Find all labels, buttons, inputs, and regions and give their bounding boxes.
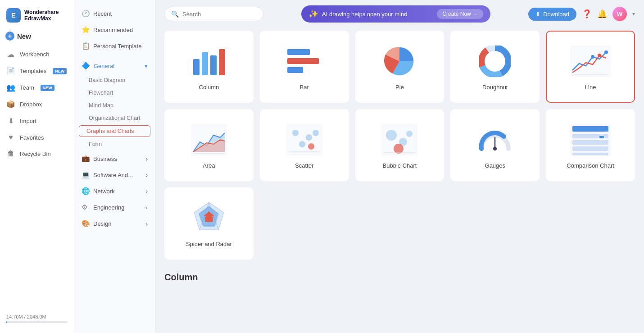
column-visual (189, 43, 229, 79)
sidebar: E WondershareEdrawMax + New ☁ Workbench … (0, 0, 74, 333)
app-logo-icon: E (6, 8, 21, 23)
chart-card-comparison[interactable]: Comparison Chart (546, 109, 635, 181)
chevron-right-icon-5: › (146, 220, 148, 227)
svg-point-23 (292, 130, 299, 136)
chart-card-gauges[interactable]: Gauges (450, 109, 540, 181)
team-badge: NEW (41, 85, 54, 91)
sidebar-item-workbench[interactable]: ☁ Workbench (0, 46, 74, 63)
ai-banner-text: AI drawing helps open your mind (322, 11, 407, 18)
svg-point-27 (313, 130, 319, 136)
avatar-chevron-icon[interactable]: ▾ (632, 11, 635, 17)
nav-category-software[interactable]: 💻 Software And... › (74, 167, 155, 183)
pie-visual (379, 43, 420, 79)
templates-badge: NEW (53, 68, 67, 74)
chart-label-area: Area (203, 162, 215, 169)
nav-sub-orgchart[interactable]: Organizational Chart (74, 112, 155, 124)
nav-panel: 🕐 Recent ⭐ Recommended 📋 Personal Templa… (74, 0, 155, 333)
chevron-right-icon-4: › (146, 204, 148, 211)
nav-sub-flowchart[interactable]: Flowchart (74, 87, 155, 99)
top-right: ⬇ Download ❓ 🔔 W ▾ (528, 7, 635, 21)
sidebar-item-templates[interactable]: 📄 Templates NEW (0, 63, 74, 79)
svg-point-36 (493, 147, 497, 151)
svg-rect-0 (193, 59, 200, 75)
svg-rect-13 (570, 46, 611, 77)
storage-fill (6, 321, 7, 323)
ai-banner[interactable]: ✨ AI drawing helps open your mind Create… (301, 5, 490, 23)
nav-item-recent[interactable]: 🕐 Recent (74, 5, 155, 22)
chart-label-bubble: Bubble Chart (383, 162, 417, 169)
doughnut-visual (475, 43, 515, 79)
dropbox-icon: 📦 (6, 100, 15, 109)
svg-point-30 (386, 130, 397, 141)
nav-item-recommended[interactable]: ⭐ Recommended (74, 22, 155, 38)
chart-card-spider[interactable]: Spider and Radar (164, 187, 254, 260)
svg-point-16 (604, 50, 608, 54)
sidebar-item-team[interactable]: 👥 Team NEW (0, 79, 74, 96)
top-bar: 🔍 ✨ AI drawing helps open your mind Crea… (155, 0, 644, 28)
chevron-right-icon: › (146, 155, 148, 162)
svg-point-32 (406, 131, 413, 137)
chart-label-line: Line (585, 84, 596, 91)
help-icon[interactable]: ❓ (582, 9, 592, 19)
new-button[interactable]: + New (5, 32, 68, 41)
nav-sub-graphs[interactable]: Graphs and Charts (79, 125, 150, 137)
search-box[interactable]: 🔍 (164, 7, 263, 21)
chart-label-pie: Pie (395, 84, 404, 91)
recommended-icon: ⭐ (82, 26, 90, 34)
svg-rect-5 (287, 58, 319, 64)
recycle-icon: 🗑 (6, 150, 15, 158)
download-button[interactable]: ⬇ Download (528, 8, 576, 21)
svg-rect-4 (287, 49, 310, 55)
storage-bar (6, 321, 68, 323)
ai-create-now-button[interactable]: Create Now → (437, 9, 483, 19)
plus-icon: + (5, 32, 14, 41)
chart-card-area[interactable]: Area (164, 109, 254, 181)
nav-category-engineering[interactable]: ⚙ Engineering › (74, 199, 155, 215)
svg-rect-22 (286, 124, 322, 155)
chart-card-scatter[interactable]: Scatter (260, 109, 349, 181)
chart-grid: Column Bar (155, 28, 644, 269)
search-input[interactable] (182, 11, 257, 18)
nav-sub-basic[interactable]: Basic Diagram (74, 74, 155, 87)
sidebar-item-import[interactable]: ⬇ Import (0, 113, 74, 129)
nav-category-design[interactable]: 🎨 Design › (74, 215, 155, 232)
area-visual (189, 122, 229, 158)
chevron-right-icon-2: › (146, 172, 148, 178)
download-icon: ⬇ (535, 11, 540, 18)
nav-category-network[interactable]: 🌐 Network › (74, 183, 155, 199)
svg-rect-41 (572, 140, 608, 145)
storage-area: 14.70M / 2048.0M (0, 310, 74, 328)
sidebar-item-dropbox[interactable]: 📦 Dropbox (0, 96, 74, 113)
avatar[interactable]: W (612, 7, 627, 21)
svg-point-26 (308, 143, 314, 150)
chart-card-doughnut[interactable]: Doughnut (450, 31, 540, 103)
sidebar-item-recycle[interactable]: 🗑 Recycle Bin (0, 146, 74, 162)
chart-card-line[interactable]: Line (546, 31, 635, 103)
nav-sub-mindmap[interactable]: Mind Map (74, 99, 155, 112)
chart-card-column[interactable]: Column (164, 31, 254, 103)
nav-sub-form[interactable]: Form (74, 138, 155, 151)
svg-rect-6 (287, 67, 303, 73)
chart-label-scatter: Scatter (295, 162, 313, 169)
sidebar-item-favorites[interactable]: ♥ Favorites (0, 129, 74, 146)
notification-icon[interactable]: 🔔 (597, 9, 607, 19)
nav-category-business[interactable]: 💼 Business › (74, 151, 155, 167)
svg-rect-3 (219, 49, 225, 75)
nav-section-general[interactable]: 🔷 General ▾ (74, 58, 155, 74)
storage-label: 14.70M / 2048.0M (6, 314, 46, 319)
personal-icon: 📋 (82, 42, 90, 50)
chart-card-bar[interactable]: Bar (260, 31, 349, 103)
chart-card-pie[interactable]: Pie (355, 31, 444, 103)
svg-rect-43 (572, 153, 608, 155)
software-icon: 💻 (82, 171, 90, 179)
chevron-right-icon-3: › (146, 188, 148, 195)
network-icon: 🌐 (82, 187, 90, 195)
gauges-visual (475, 122, 515, 158)
chart-card-bubble[interactable]: Bubble Chart (355, 109, 444, 181)
svg-rect-2 (210, 55, 217, 75)
nav-item-personal[interactable]: 📋 Personal Template (74, 38, 155, 54)
chevron-down-icon: ▾ (145, 63, 148, 69)
bubble-visual (379, 122, 420, 158)
business-icon: 💼 (82, 155, 90, 163)
svg-point-15 (598, 54, 601, 57)
